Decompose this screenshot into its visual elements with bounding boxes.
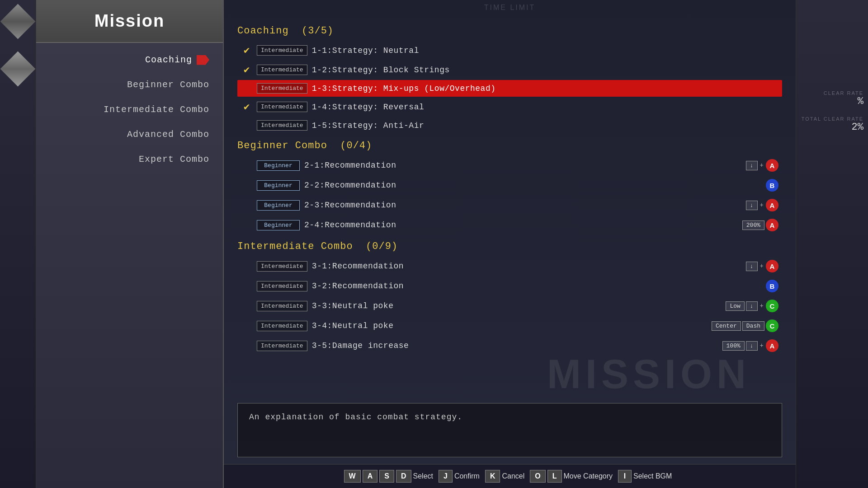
mission-row-1-4[interactable]: ✔ Intermediate 1-4:Strategy: Reversal xyxy=(237,98,782,116)
time-limit-header: TIME LIMIT xyxy=(224,0,796,15)
sidebar-item-label-intermediate: Intermediate Combo xyxy=(104,104,209,115)
mission-row-3-2[interactable]: Intermediate 3-2:Recommendation B xyxy=(237,277,782,296)
mission-row-2-4[interactable]: Beginner 2-4:Recommendation 200% A xyxy=(237,216,782,235)
active-arrow-icon xyxy=(197,55,209,65)
mission-name-1-3: 1-3:Strategy: Mix-ups (Low/Overhead) xyxy=(312,84,778,93)
move-tag-down-3-3: ↓ xyxy=(746,301,758,311)
left-decorative-panel xyxy=(0,0,36,488)
sidebar-title-block: Mission xyxy=(36,0,223,43)
move-tag-low-3-3: Low xyxy=(726,301,744,311)
sidebar-item-label-advanced: Advanced Combo xyxy=(127,129,209,140)
total-clear-label: TOTAL CLEAR RATE xyxy=(802,116,863,122)
mission-name-1-1: 1-1:Strategy: Neutral xyxy=(312,46,778,55)
move-tag-down-2-1: ↓ xyxy=(746,161,758,170)
btn-A-3-5: A xyxy=(766,339,778,352)
difficulty-2-3: Beginner xyxy=(257,200,300,211)
sidebar-item-coaching[interactable]: Coaching xyxy=(36,47,223,72)
btn-A-3-1: A xyxy=(766,260,778,272)
mission-name-1-2: 1-2:Strategy: Block Strings xyxy=(312,66,778,75)
bottom-controls-bar: W A S D Select J Confirm K Cancel O L Mo… xyxy=(224,464,796,488)
mission-row-3-3[interactable]: Intermediate 3-3:Neutral poke Low ↓ + C xyxy=(237,296,782,315)
sidebar-item-intermediate-combo[interactable]: Intermediate Combo xyxy=(36,97,223,122)
btn-C-3-3: C xyxy=(766,300,778,312)
right-stats-panel: CLEAR RATE % TOTAL CLEAR RATE 2% xyxy=(796,0,868,488)
difficulty-3-5: Intermediate xyxy=(257,341,307,351)
clear-rate-value: % xyxy=(858,96,863,107)
label-select: Select xyxy=(413,472,433,480)
mission-row-1-2[interactable]: ✔ Intermediate 1-2:Strategy: Block Strin… xyxy=(237,61,782,79)
btn-A-2-3: A xyxy=(766,199,778,211)
mission-name-3-2: 3-2:Recommendation xyxy=(312,282,761,291)
move-buttons-3-3: Low ↓ + C xyxy=(726,300,778,312)
mission-row-3-1[interactable]: Intermediate 3-1:Recommendation ↓ + A xyxy=(237,257,782,276)
mission-name-2-4: 2-4:Recommendation xyxy=(304,221,738,230)
category-beginner-header: Beginner Combo (0/4) xyxy=(237,135,782,155)
difficulty-3-4: Intermediate xyxy=(257,321,307,331)
sidebar: Mission Coaching Beginner Combo Intermed… xyxy=(36,0,224,488)
btn-C-3-4: C xyxy=(766,319,778,332)
move-tag-dash-3-4: Dash xyxy=(742,321,764,331)
key-D: D xyxy=(396,470,411,483)
key-W: W xyxy=(344,470,361,483)
sidebar-item-beginner-combo[interactable]: Beginner Combo xyxy=(36,72,223,97)
move-buttons-2-4: 200% A xyxy=(742,219,778,231)
sidebar-item-advanced-combo[interactable]: Advanced Combo xyxy=(36,122,223,147)
sidebar-item-expert-combo[interactable]: Expert Combo xyxy=(36,147,223,172)
move-tag-200-2-4: 200% xyxy=(742,221,764,230)
key-O: O xyxy=(530,470,545,483)
mission-row-3-4[interactable]: Intermediate 3-4:Neutral poke Center Das… xyxy=(237,316,782,335)
check-icon-1-4: ✔ xyxy=(241,101,252,113)
sidebar-item-label-beginner: Beginner Combo xyxy=(127,80,209,90)
difficulty-3-2: Intermediate xyxy=(257,281,307,291)
mission-name-2-1: 2-1:Recommendation xyxy=(304,161,741,170)
total-clear-value: 2% xyxy=(852,122,863,133)
mission-name-3-4: 3-4:Neutral poke xyxy=(312,321,707,330)
mission-row-1-1[interactable]: ✔ Intermediate 1-1:Strategy: Neutral xyxy=(237,41,782,60)
btn-A-2-4: A xyxy=(766,219,778,231)
mission-name-2-2: 2-2:Recommendation xyxy=(304,181,761,190)
move-buttons-3-1: ↓ + A xyxy=(746,260,778,272)
move-buttons-3-4: Center Dash C xyxy=(712,319,778,332)
difficulty-1-2: Intermediate xyxy=(257,65,307,75)
key-S: S xyxy=(379,470,394,483)
label-move-category: Move Category xyxy=(564,472,613,480)
clear-rate-label: CLEAR RATE xyxy=(824,90,863,96)
mission-name-1-5: 1-5:Strategy: Anti-Air xyxy=(312,121,778,130)
mission-row-2-2[interactable]: Beginner 2-2:Recommendation B xyxy=(237,176,782,195)
sidebar-nav: Coaching Beginner Combo Intermediate Com… xyxy=(36,43,223,488)
sidebar-item-label-expert: Expert Combo xyxy=(139,154,209,164)
move-tag-down-2-3: ↓ xyxy=(746,201,758,210)
label-cancel: Cancel xyxy=(502,472,524,480)
total-clear-rate-block: TOTAL CLEAR RATE 2% xyxy=(801,116,863,133)
move-buttons-3-5: 100% ↓ + A xyxy=(722,339,778,352)
key-L: L xyxy=(547,470,562,483)
mission-row-1-5[interactable]: Intermediate 1-5:Strategy: Anti-Air xyxy=(237,117,782,134)
label-confirm: Confirm xyxy=(454,472,480,480)
mission-name-3-5: 3-5:Damage increase xyxy=(312,341,718,350)
sidebar-item-label-coaching: Coaching xyxy=(145,55,192,65)
page-title: Mission xyxy=(45,11,214,31)
key-I: I xyxy=(618,470,632,483)
difficulty-2-4: Beginner xyxy=(257,220,300,230)
mission-list[interactable]: Coaching (3/5) ✔ Intermediate 1-1:Strate… xyxy=(224,15,796,399)
category-intermediate-header: Intermediate Combo (0/9) xyxy=(237,235,782,256)
move-buttons-2-3: ↓ + A xyxy=(746,199,778,211)
logo-diamond-bottom xyxy=(0,52,36,87)
move-tag-down-3-5: ↓ xyxy=(746,341,758,351)
difficulty-3-1: Intermediate xyxy=(257,261,307,272)
difficulty-2-1: Beginner xyxy=(257,160,300,171)
mission-row-3-5[interactable]: Intermediate 3-5:Damage increase 100% ↓ … xyxy=(237,336,782,355)
check-icon-1-1: ✔ xyxy=(241,44,252,56)
mission-row-2-1[interactable]: Beginner 2-1:Recommendation ↓ + A xyxy=(237,156,782,175)
difficulty-1-5: Intermediate xyxy=(257,120,307,131)
logo-diamond-top xyxy=(0,4,36,39)
mission-row-2-3[interactable]: Beginner 2-3:Recommendation ↓ + A xyxy=(237,196,782,215)
difficulty-1-4: Intermediate xyxy=(257,102,307,112)
move-tag-100-3-5: 100% xyxy=(722,341,745,351)
mission-name-3-1: 3-1:Recommendation xyxy=(312,262,741,271)
move-tag-center-3-4: Center xyxy=(712,321,741,331)
main-content: TIME LIMIT MISSION Coaching (3/5) ✔ Inte… xyxy=(224,0,796,488)
mission-name-3-3: 3-3:Neutral poke xyxy=(312,301,722,310)
difficulty-1-3: Intermediate xyxy=(257,83,307,94)
mission-row-1-3[interactable]: Intermediate 1-3:Strategy: Mix-ups (Low/… xyxy=(237,80,782,97)
